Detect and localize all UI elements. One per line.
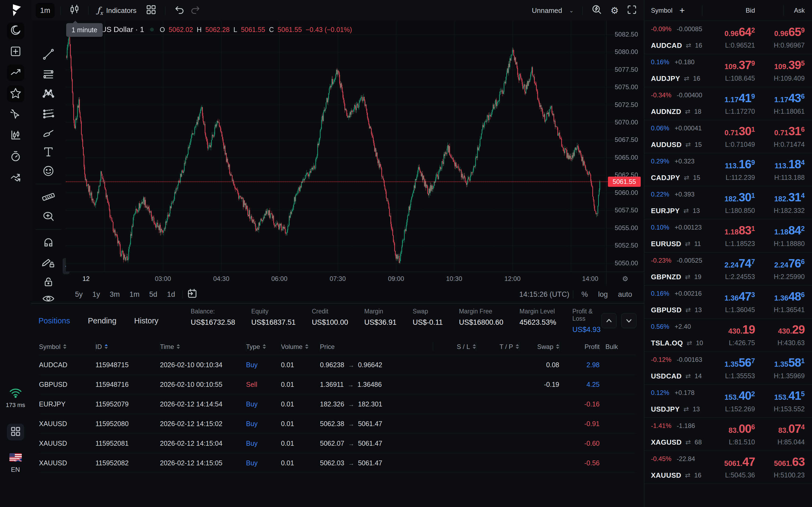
tab-pending[interactable]: Pending (88, 317, 116, 325)
lock-all-tool[interactable] (42, 275, 55, 288)
column-label: Price (320, 342, 335, 350)
go-to-date-button[interactable] (186, 287, 197, 302)
table-row[interactable]: XAUUSD1159520822026-02-12 14:15:05Buy0.0… (39, 453, 636, 473)
settings-button[interactable]: ⚙ (608, 3, 621, 18)
indicators-button[interactable]: ƒx Indicators (94, 3, 139, 18)
column-header-profit[interactable]: Profit (559, 338, 600, 355)
drawing-lock-tool[interactable] (42, 256, 55, 269)
candlestick-chart[interactable] (66, 21, 637, 272)
dark-mode-button[interactable] (7, 22, 24, 39)
text-tool[interactable] (42, 145, 55, 158)
redo-button[interactable] (187, 3, 204, 18)
timer-button[interactable] (7, 149, 24, 165)
range-button-5d[interactable]: 5d (146, 289, 161, 300)
scale-button-%[interactable]: % (577, 289, 592, 300)
layout-name-button[interactable]: Unnamed ⌄ (529, 3, 577, 18)
panel-expand-button[interactable] (601, 313, 616, 328)
favorites-button[interactable] (7, 86, 24, 102)
language-button[interactable] (9, 453, 22, 463)
time-axis-label: 14:00 (582, 275, 598, 283)
column-header-sl[interactable]: S / L (433, 338, 476, 355)
table-row[interactable]: EURJPY1159520792026-02-12 14:14:54Buy0.0… (39, 394, 636, 414)
chart-type-button[interactable] (7, 127, 24, 144)
watchlist-row-cadjpy[interactable]: 0.29%+0.323113.169113.184CADJPY⇄15L:112.… (644, 153, 812, 186)
table-row[interactable]: GBPUSD1159487162026-02-10 00:10:55Sell0.… (39, 375, 636, 394)
watchlist-row-gbpnzd[interactable]: -0.23%-0.005252.247472.24766GBPNZD⇄19L:2… (644, 252, 812, 285)
price-prefix: 0.96 (724, 30, 739, 38)
column-header-id[interactable]: ID (96, 338, 160, 355)
row-price: 5062.03→5061.47 (320, 459, 433, 467)
range-button-5y[interactable]: 5y (71, 289, 87, 300)
low-value: L:0.96521 (704, 41, 755, 50)
chart-plot-area[interactable]: Gold vs US Dollar · 1 O5062.02 H5062.28 … (66, 21, 637, 272)
table-row[interactable]: XAUUSD1159520802026-02-12 14:15:02Buy0.0… (39, 414, 636, 434)
column-header-volume[interactable]: Volume (281, 338, 320, 355)
clock[interactable]: 14:15:26 (UTC) (519, 290, 569, 299)
column-header-price[interactable]: Price (320, 338, 433, 355)
scale-button-log[interactable]: log (594, 289, 612, 300)
one-click-trading-button[interactable] (7, 106, 24, 123)
volatility-button[interactable] (7, 169, 24, 186)
undo-button[interactable] (171, 3, 187, 18)
watchlist-row-xagusd[interactable]: -1.41%-1.18683.00683.074XAGUSD⇄68L:81.51… (644, 418, 812, 451)
open-price: 182.326 (320, 400, 344, 408)
watchlist-row-usdjpy[interactable]: 0.12%+0.178153.402153.415USDJPY⇄13L:152.… (644, 385, 812, 418)
measure-tool[interactable] (42, 190, 55, 203)
timeframe-button[interactable]: 1m (36, 3, 55, 18)
tab-history[interactable]: History (134, 317, 158, 325)
magnet-tool[interactable] (42, 236, 55, 249)
range-button-3m[interactable]: 3m (106, 289, 124, 300)
trend-line-tool[interactable] (42, 48, 55, 61)
row-symbol: AUDCAD⇄16 (651, 41, 704, 50)
apps-menu-button[interactable] (7, 424, 24, 440)
watchlist-row-audjpy[interactable]: 0.16%+0.180109.379109.395AUDJPY⇄16L:108.… (644, 54, 812, 87)
watchlist-row-audnzd[interactable]: -0.34%-0.004001.174191.17436AUDNZD⇄18L:1… (644, 87, 812, 120)
stat-value: US$16837.51 (251, 318, 295, 327)
xabcd-pattern-tool[interactable] (42, 87, 55, 100)
stat-label: Balance: (191, 308, 235, 315)
hide-drawings-tool[interactable] (42, 292, 55, 305)
add-symbol-button[interactable]: + (680, 7, 685, 14)
price-axis[interactable]: 5061.55 5082.505080.005077.505075.005072… (606, 21, 644, 272)
fib-retracement-tool[interactable] (42, 67, 55, 80)
watchlist-row-gbpusd[interactable]: 0.16%+0.002161.364731.36486GBPUSD⇄13L:1.… (644, 285, 812, 319)
time-axis[interactable]: 1203:0004:3006:0007:3009:0010:3012:0014:… (66, 272, 637, 286)
column-header-symbol[interactable]: Symbol (39, 338, 96, 355)
watchlist-row-audusd[interactable]: 0.06%+0.000410.713010.71316AUDUSD⇄15L:0.… (644, 120, 812, 153)
fullscreen-button[interactable] (624, 3, 640, 18)
column-header-bulk[interactable]: Bulk (600, 338, 624, 355)
table-row[interactable]: AUDCAD1159487152026-02-10 00:10:34Buy0.0… (39, 355, 636, 375)
range-button-1d[interactable]: 1d (163, 289, 179, 300)
brush-tool[interactable] (42, 126, 55, 139)
markets-button[interactable] (7, 64, 24, 81)
time-axis-label: 12:00 (504, 275, 521, 283)
column-header-tp[interactable]: T / P (476, 338, 519, 355)
axis-settings[interactable]: ⚙ (606, 272, 644, 286)
chart-style-button[interactable] (67, 3, 82, 18)
new-order-button[interactable] (7, 44, 24, 60)
watchlist-row-usdcad[interactable]: -0.12%-0.001631.355671.35581USDCAD⇄14L:1… (644, 352, 812, 385)
column-header-swap[interactable]: Swap (519, 338, 559, 355)
quick-search-button[interactable] (589, 3, 605, 18)
scale-button-auto[interactable]: auto (613, 289, 637, 300)
column-header-type[interactable]: Type (246, 338, 281, 355)
panel-collapse-button[interactable] (621, 313, 637, 328)
range-button-1y[interactable]: 1y (89, 289, 104, 300)
symbol-name: AUDUSD (651, 140, 682, 149)
watchlist-row-eurjpy[interactable]: 0.22%+0.393182.301182.314EURJPY⇄13L:180.… (644, 186, 812, 219)
watchlist-row-eurusd[interactable]: 0.10%+0.001231.188311.18842EURUSD⇄11L:1.… (644, 219, 812, 252)
percent-change: 0.16% (651, 58, 669, 66)
percent-change: 0.29% (651, 158, 669, 165)
range-button-1m[interactable]: 1m (126, 289, 144, 300)
emoji-tool[interactable] (42, 165, 55, 177)
table-row[interactable]: XAUUSD1159520812026-02-12 14:15:04Buy0.0… (39, 434, 636, 453)
watchlist-row-audcad[interactable]: -0.09%-0.000850.966420.96659AUDCAD⇄16L:0… (644, 21, 812, 54)
tab-positions[interactable]: Positions (39, 317, 70, 325)
zoom-in-tool[interactable] (42, 210, 55, 223)
forecast-tool[interactable] (42, 106, 55, 119)
column-header-time[interactable]: Time (160, 338, 246, 355)
layout-grid-button[interactable] (143, 3, 159, 18)
watchlist-row-xauusd[interactable]: -0.45%-22.845061.475061.63XAUUSD⇄16L:504… (644, 451, 812, 484)
platform-logo-icon[interactable] (9, 3, 22, 18)
watchlist-row-tsla-oq[interactable]: 0.56%+2.40430.19430.29TSLA.OQ⇄10L:426.75… (644, 319, 812, 352)
